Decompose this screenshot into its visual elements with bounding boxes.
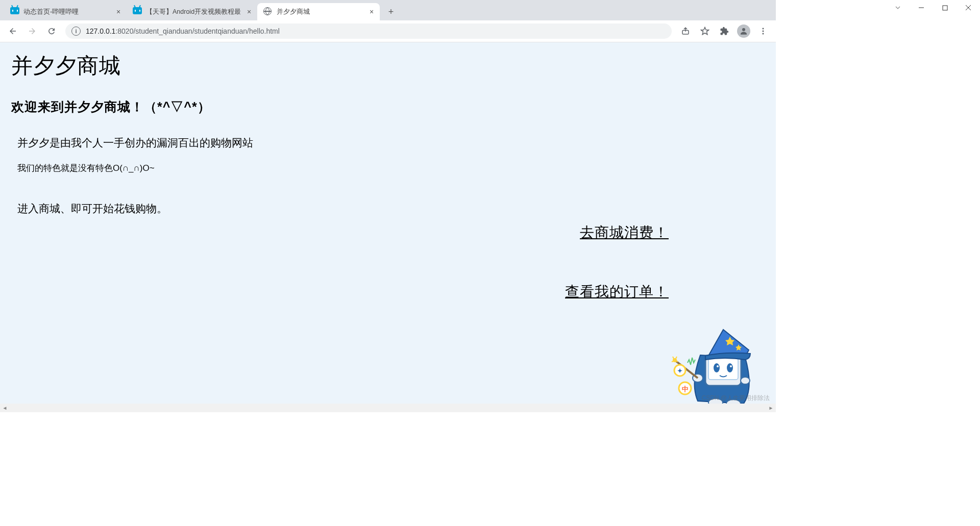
tab-android-tutorial[interactable]: 【天哥】Android开发视频教程最 × <box>127 3 257 20</box>
watermark-text: CSDN @人生要用排除法 <box>701 394 770 403</box>
my-orders-link[interactable]: 查看我的订单！ <box>565 284 669 299</box>
page-content: 并夕夕商城 欢迎来到并夕夕商城！（*^▽^*） 并夕夕是由我个人一手创办的漏洞百… <box>0 42 776 404</box>
close-icon[interactable]: × <box>114 8 122 16</box>
globe-icon <box>263 7 273 16</box>
page-subtitle: 欢迎来到并夕夕商城！（*^▽^*） <box>11 98 765 115</box>
svg-point-3 <box>742 28 745 31</box>
svg-point-16 <box>741 377 750 384</box>
bookmark-icon[interactable] <box>696 22 714 40</box>
address-row: i 127.0.0.1:8020/student_qianduan/studen… <box>0 20 776 42</box>
forward-button[interactable] <box>23 22 41 40</box>
svg-point-4 <box>763 28 764 30</box>
tab-title: 并夕夕商城 <box>277 8 363 16</box>
paragraph-cta: 进入商城、即可开始花钱购物。 <box>17 202 765 216</box>
address-bar[interactable]: i 127.0.0.1:8020/student_qianduan/studen… <box>65 23 672 39</box>
tab-title: 【天哥】Android开发视频教程最 <box>146 8 241 16</box>
svg-text:✦: ✦ <box>677 367 682 374</box>
svg-point-10 <box>727 363 733 372</box>
site-info-icon[interactable]: i <box>71 27 81 36</box>
paragraph-intro: 并夕夕是由我个人一手创办的漏洞百出的购物网站 <box>17 136 765 150</box>
go-shopping-link[interactable]: 去商城消费！ <box>580 224 669 240</box>
mascot-wizard-icon: ✦ 中 <box>670 317 762 404</box>
scroll-right-arrow[interactable]: ► <box>767 404 775 412</box>
menu-icon[interactable] <box>754 22 772 40</box>
link-go-shopping: 去商城消费！ <box>580 223 669 242</box>
svg-point-5 <box>763 31 764 32</box>
svg-point-9 <box>714 363 720 372</box>
scroll-left-arrow[interactable]: ◄ <box>1 404 9 412</box>
tab-title: 动态首页-哔哩哔哩 <box>23 8 110 16</box>
browser-chrome: 动态首页-哔哩哔哩 × 【天哥】Android开发视频教程最 × 并夕夕商城 ×… <box>0 0 776 42</box>
share-icon[interactable] <box>677 22 694 40</box>
tab-bingxixi-mall[interactable]: 并夕夕商城 × <box>257 3 380 20</box>
profile-avatar[interactable] <box>735 22 752 40</box>
svg-point-12 <box>730 365 732 367</box>
toolbar-icons <box>677 22 772 40</box>
reload-button[interactable] <box>43 22 60 40</box>
link-my-orders: 查看我的订单！ <box>565 282 669 302</box>
svg-point-6 <box>763 33 764 35</box>
back-button[interactable] <box>4 22 21 40</box>
bilibili-icon <box>10 7 19 16</box>
horizontal-scrollbar[interactable]: ◄ ► <box>0 404 776 412</box>
close-icon[interactable]: × <box>245 8 253 16</box>
svg-point-11 <box>717 365 719 367</box>
tab-bilibili-home[interactable]: 动态首页-哔哩哔哩 × <box>4 3 127 20</box>
page-title: 并夕夕商城 <box>11 52 765 80</box>
new-tab-button[interactable]: + <box>384 5 398 19</box>
extensions-icon[interactable] <box>716 22 733 40</box>
svg-text:中: 中 <box>682 385 689 393</box>
close-icon[interactable]: × <box>368 8 376 16</box>
url-text: 127.0.0.1:8020/student_qianduan/studentq… <box>86 27 666 35</box>
content-body: 并夕夕是由我个人一手创办的漏洞百出的购物网站 我们的特色就是没有特色O(∩_∩)… <box>11 136 765 216</box>
bilibili-icon <box>133 7 142 16</box>
tab-strip: 动态首页-哔哩哔哩 × 【天哥】Android开发视频教程最 × 并夕夕商城 ×… <box>0 0 776 20</box>
paragraph-feature: 我们的特色就是没有特色O(∩_∩)O~ <box>17 162 765 174</box>
